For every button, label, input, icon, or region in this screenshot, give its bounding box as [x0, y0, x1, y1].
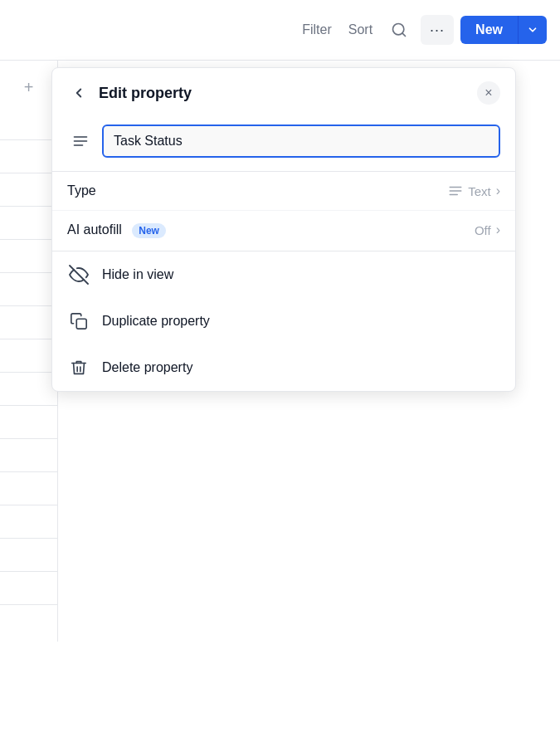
grid-row — [0, 140, 57, 173]
ai-autofill-value: Off › — [475, 222, 500, 237]
grid-row — [0, 505, 57, 539]
text-lines-icon — [448, 183, 463, 198]
toolbar: Filter Sort ··· New — [0, 0, 560, 60]
search-icon — [391, 22, 407, 38]
svg-line-1 — [402, 33, 406, 37]
panel-back-button[interactable] — [67, 81, 90, 105]
ai-autofill-row[interactable]: AI autofill New Off › — [52, 211, 515, 249]
type-value-text: Text — [468, 184, 491, 198]
type-value: Text › — [448, 183, 500, 198]
grid-row — [0, 439, 57, 472]
grid-row — [0, 539, 57, 572]
new-chevron-button[interactable] — [518, 16, 547, 44]
delete-property-row[interactable]: Delete property — [52, 344, 515, 391]
trash-icon — [70, 359, 88, 377]
delete-icon — [67, 356, 90, 379]
more-button[interactable]: ··· — [421, 15, 454, 45]
type-chevron-icon: › — [496, 183, 500, 198]
delete-property-label: Delete property — [102, 360, 192, 375]
grid-row — [0, 240, 57, 273]
grid-row — [0, 572, 57, 605]
property-name-row — [52, 116, 515, 171]
ai-autofill-badge: New — [132, 223, 166, 238]
grid-row — [0, 406, 57, 439]
left-column: + — [0, 61, 58, 642]
new-button-group: New — [460, 16, 547, 44]
add-column-button[interactable]: + — [16, 74, 42, 100]
grid-row — [0, 339, 57, 373]
text-type-icon — [448, 183, 463, 198]
ai-autofill-chevron-icon: › — [496, 222, 500, 237]
hide-icon — [67, 263, 90, 286]
back-arrow-icon — [71, 85, 86, 100]
grid-row — [0, 107, 57, 140]
eye-off-icon — [69, 265, 89, 285]
chevron-down-icon — [527, 24, 538, 36]
hide-in-view-label: Hide in view — [102, 267, 173, 282]
copy-icon — [70, 312, 88, 330]
edit-property-panel: Edit property × Type — [51, 67, 516, 392]
panel-title: Edit property — [99, 85, 469, 102]
type-label: Type — [67, 183, 448, 198]
main-area: + Edit pro — [0, 60, 560, 642]
grid-row — [0, 373, 57, 406]
svg-rect-9 — [76, 319, 86, 329]
type-row[interactable]: Type Text › — [52, 172, 515, 211]
panel-header: Edit property × — [52, 68, 515, 116]
duplicate-property-label: Duplicate property — [102, 314, 210, 329]
ai-autofill-label: AI autofill New — [67, 222, 475, 237]
duplicate-icon — [67, 310, 90, 333]
duplicate-property-row[interactable]: Duplicate property — [52, 298, 515, 344]
ai-autofill-value-text: Off — [475, 223, 491, 237]
name-field-icon — [67, 128, 94, 154]
sort-button[interactable]: Sort — [343, 19, 377, 41]
panel-close-button[interactable]: × — [477, 81, 500, 105]
hide-in-view-row[interactable]: Hide in view — [52, 251, 515, 298]
new-button[interactable]: New — [460, 16, 518, 44]
property-name-input[interactable] — [102, 124, 500, 158]
grid-row — [0, 207, 57, 240]
grid-row — [0, 306, 57, 339]
grid-row — [0, 472, 57, 505]
lines-icon — [72, 133, 89, 149]
filter-button[interactable]: Filter — [297, 19, 337, 41]
grid-row — [0, 173, 57, 207]
search-button[interactable] — [384, 15, 414, 45]
grid-row — [0, 273, 57, 306]
